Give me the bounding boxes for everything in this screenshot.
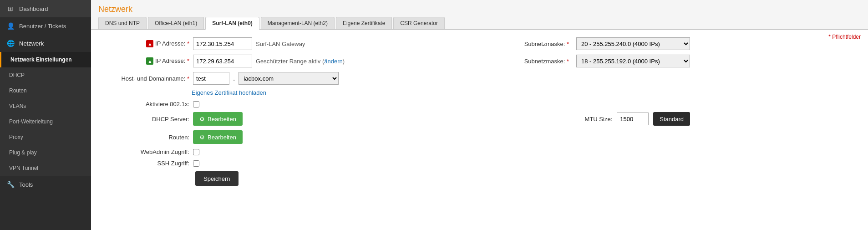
tab-office-lan[interactable]: Office-LAN (eth1) (148, 17, 204, 29)
sidebar-item-label: Benutzer / Tickets (19, 23, 66, 30)
hostname-value-group: . iacbox.com local example.com (193, 72, 690, 85)
ssh-checkbox[interactable] (193, 160, 199, 167)
shield-red-icon: ▲ (146, 40, 153, 47)
sidebar-item-label: Netzwerk Einstellungen (10, 56, 72, 63)
cert-upload-link[interactable]: Eigenes Zertifikat hochladen (192, 89, 266, 96)
sidebar-item-vlans[interactable]: VLANs (0, 98, 91, 114)
tab-surf-lan[interactable]: Surf-LAN (eth0) (205, 17, 259, 30)
required-note: * Pflichtfelder (828, 34, 861, 40)
ssh-value-group (193, 160, 690, 167)
mtu-standard-button[interactable]: Standard (653, 112, 690, 126)
subnet2-block: Subnetzmaske: * 18 - 255.255.192.0 (4000… (350, 55, 690, 67)
sidebar-item-port-weiterleitung[interactable]: Port-Weiterleitung (0, 114, 91, 129)
gear-icon-routen: ⚙ (199, 134, 205, 141)
sidebar-item-label: Plug & play (9, 149, 37, 156)
ip2-row: ▲ IP Adresse: * Geschützter Range aktiv … (98, 55, 690, 67)
sidebar-item-vpn-tunnel[interactable]: VPN Tunnel (0, 160, 91, 176)
dhcp-value-group: ⚙ Bearbeiten MTU Size: Standard (193, 112, 690, 126)
sidebar-item-plug-play[interactable]: Plug & play (0, 145, 91, 160)
ip1-label: ▲ IP Adresse: * (98, 40, 189, 48)
sidebar-item-dashboard[interactable]: ⊞ Dashboard (0, 0, 91, 17)
content-area: * Pflichtfelder ▲ IP Adresse: * Surf-LAN… (91, 30, 868, 230)
main-content: Netzwerk DNS und NTP Office-LAN (eth1) S… (91, 0, 868, 230)
gear-icon-dhcp: ⚙ (199, 116, 205, 123)
sidebar-item-routen[interactable]: Routen (0, 83, 91, 98)
save-row: Speichern (98, 171, 690, 186)
mtu-label: MTU Size: (585, 116, 613, 123)
cert-row: Eigenes Zertifikat hochladen (98, 89, 690, 96)
tab-eigene-zertifikate[interactable]: Eigene Zertifikate (336, 17, 392, 29)
ip2-range-text: Geschützter Range aktiv (ändern) (256, 58, 347, 65)
domain-select[interactable]: iacbox.com local example.com (239, 72, 339, 85)
sidebar-item-label: Routen (9, 87, 27, 94)
ip1-value-group: Surf-LAN Gateway Subnetzmaske: * 20 - 25… (193, 37, 690, 50)
tab-dns-ntp[interactable]: DNS und NTP (98, 17, 147, 29)
subnet2-label: Subnetzmaske: * (524, 58, 569, 65)
subnet1-label: Subnetzmaske: * (524, 41, 569, 47)
webadmin-value-group (193, 149, 690, 155)
ip2-label: ▲ IP Adresse: * (98, 57, 189, 65)
sidebar-item-netzwerk[interactable]: 🌐 Netzwerk (0, 35, 91, 52)
sidebar: ⊞ Dashboard 👤 Benutzer / Tickets 🌐 Netzw… (0, 0, 91, 230)
sidebar-item-label: VPN Tunnel (9, 165, 38, 171)
activate-checkbox[interactable] (193, 101, 199, 107)
sidebar-item-tools[interactable]: 🔧 Tools (0, 176, 91, 193)
tab-bar: DNS und NTP Office-LAN (eth1) Surf-LAN (… (91, 17, 868, 30)
network-icon: 🌐 (6, 39, 15, 47)
user-icon: 👤 (6, 22, 15, 30)
sidebar-item-label: Port-Weiterleitung (9, 118, 53, 125)
webadmin-label: WebAdmin Zugriff: (98, 148, 189, 155)
shield-green-icon: ▲ (146, 57, 153, 65)
ip2-value-group: Geschützter Range aktiv (ändern) Subnetz… (193, 55, 690, 67)
sidebar-item-label: Dashboard (19, 5, 48, 12)
mtu-input[interactable] (617, 112, 649, 125)
subnet1-block: Subnetzmaske: * 20 - 255.255.240.0 (4000… (332, 37, 690, 50)
dhcp-label: DHCP Server: (98, 116, 189, 123)
sidebar-item-label: Tools (19, 181, 33, 188)
subnet2-select[interactable]: 18 - 255.255.192.0 (4000 IPs) 19 - 255.2… (576, 55, 690, 67)
webadmin-row: WebAdmin Zugriff: (98, 148, 690, 155)
tab-management-lan[interactable]: Management-LAN (eth2) (261, 17, 335, 29)
activate-row: Aktiviere 802.1x: (98, 101, 690, 107)
range-change-link[interactable]: ändern (324, 58, 342, 65)
hostname-label: Host- und Domainname: * (98, 75, 189, 82)
sidebar-item-label: Netzwerk (19, 40, 44, 47)
dhcp-edit-button[interactable]: ⚙ Bearbeiten (193, 112, 243, 126)
sidebar-item-dhcp[interactable]: DHCP (0, 67, 91, 83)
ssh-label: SSH Zugriff: (98, 160, 189, 167)
webadmin-checkbox[interactable] (193, 149, 199, 155)
routen-label: Routen: (98, 134, 189, 141)
hostname-input[interactable] (193, 72, 229, 85)
dot-separator: . (233, 74, 235, 82)
activate-label: Aktiviere 802.1x: (98, 101, 189, 107)
dhcp-row: DHCP Server: ⚙ Bearbeiten MTU Size: Stan… (98, 112, 690, 126)
routen-edit-button[interactable]: ⚙ Bearbeiten (193, 130, 243, 144)
sidebar-item-label: DHCP (9, 72, 25, 78)
sidebar-item-label: Proxy (9, 134, 23, 140)
sidebar-item-label: VLANs (9, 103, 26, 109)
hostname-row: Host- und Domainname: * . iacbox.com loc… (98, 72, 690, 85)
sidebar-item-proxy[interactable]: Proxy (0, 129, 91, 145)
ssh-row: SSH Zugriff: (98, 160, 690, 167)
ip1-gateway-text: Surf-LAN Gateway (256, 41, 329, 47)
subnet1-select[interactable]: 20 - 255.255.240.0 (4000 IPs) 21 - 255.2… (576, 37, 690, 50)
ip2-input[interactable] (193, 55, 252, 67)
sidebar-item-benutzer[interactable]: 👤 Benutzer / Tickets (0, 17, 91, 35)
save-button[interactable]: Speichern (195, 171, 239, 186)
activate-value-group (193, 101, 690, 107)
page-title: Netzwerk (91, 0, 868, 17)
dashboard-icon: ⊞ (6, 5, 15, 13)
routen-value-group: ⚙ Bearbeiten (193, 130, 690, 144)
ip1-input[interactable] (193, 37, 252, 50)
routen-row: Routen: ⚙ Bearbeiten (98, 130, 690, 144)
ip1-row: ▲ IP Adresse: * Surf-LAN Gateway Subnetz… (98, 37, 690, 50)
form-section: ▲ IP Adresse: * Surf-LAN Gateway Subnetz… (98, 37, 690, 186)
sidebar-item-netzwerk-einstellungen[interactable]: Netzwerk Einstellungen (0, 52, 91, 67)
tab-csr-generator[interactable]: CSR Generator (393, 17, 445, 29)
tools-icon: 🔧 (6, 180, 15, 189)
